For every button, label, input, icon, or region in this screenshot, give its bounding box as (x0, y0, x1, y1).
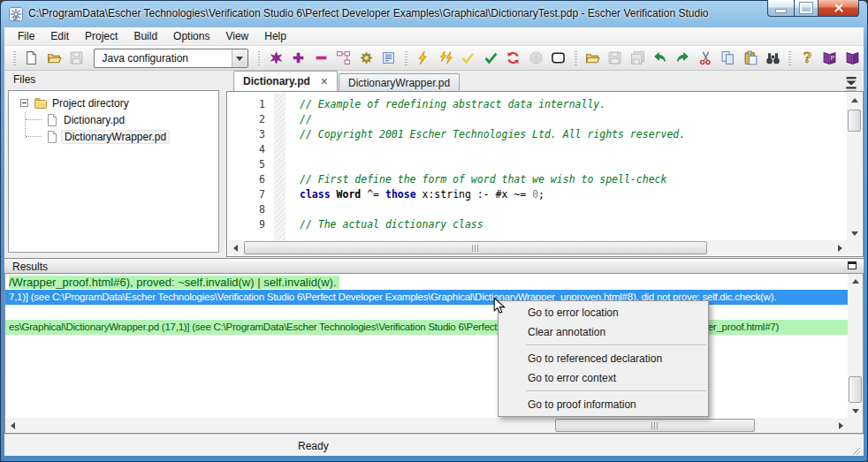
add-new-file-icon[interactable] (264, 48, 287, 69)
results-vscroll-thumb[interactable] (849, 376, 862, 403)
line-number: 9 (228, 217, 265, 232)
results-vertical-scrollbar[interactable] (848, 274, 863, 418)
tree-item-dictionarywrapper-pd[interactable]: DictionaryWrapper.pd (9, 128, 218, 145)
toolbar-grip (13, 51, 16, 65)
editor-vscroll-thumb[interactable] (848, 110, 861, 132)
build-all-icon[interactable] (434, 48, 457, 69)
view-report-icon[interactable] (377, 48, 400, 69)
results-header: Results (4, 258, 864, 273)
open-file-icon[interactable] (582, 48, 605, 69)
tree-item-project-directory[interactable]: Project directory (9, 95, 218, 111)
language-manual-icon[interactable]: P (819, 48, 841, 69)
scrollbar-corner (847, 240, 862, 255)
maximize-button[interactable] (794, 0, 819, 17)
code-editor[interactable]: 1// Example of redefining abstract data … (228, 93, 847, 240)
save-file-icon (604, 48, 627, 69)
find-icon[interactable] (762, 48, 785, 69)
check-icon[interactable] (457, 48, 480, 69)
mouse-cursor (493, 297, 506, 314)
file-icon (45, 130, 59, 144)
menu-item-file[interactable]: File (10, 27, 42, 45)
results-horizontal-scrollbar[interactable] (5, 418, 848, 433)
close-button[interactable] (819, 0, 859, 17)
code-text: class Word ^= those x:string :- #x ~= 0; (300, 187, 544, 202)
files-panel-title: Files (13, 73, 35, 86)
code-text: // The actual dictionary class (300, 217, 483, 232)
menu-item-help[interactable]: Help (256, 27, 294, 45)
scroll-right-button[interactable] (834, 418, 848, 433)
context-menu-item-go-to-referenced-declaration[interactable]: Go to referenced declaration (499, 349, 708, 368)
tab-dictionarywrapper.pd[interactable]: DictionaryWrapper.pd (339, 73, 460, 91)
tree-item-label: Dictionary.pd (64, 114, 125, 126)
context-menu-item-go-to-error-context[interactable]: Go to error context (499, 368, 708, 388)
close-tab-icon[interactable]: × (321, 76, 328, 87)
toolbar-grip (258, 51, 261, 65)
scroll-left-button[interactable] (228, 240, 242, 255)
context-menu-item-clear-annotation[interactable]: Clear annotation (499, 322, 708, 342)
remove-file-icon[interactable] (310, 48, 333, 69)
title-bar[interactable]: ET C:\ProgramData\Escher Technologies\Ve… (1, 1, 867, 27)
project-settings-icon[interactable] (355, 48, 378, 69)
chevron-down-icon[interactable] (232, 49, 247, 67)
result-line-1[interactable]: /Wrapper_proof.html#6), proved: ~self.in… (5, 275, 848, 290)
menu-item-view[interactable]: View (217, 27, 256, 45)
collapse-icon[interactable] (20, 99, 28, 107)
console-icon[interactable] (547, 48, 570, 69)
editor-vertical-scrollbar[interactable] (847, 93, 862, 240)
open-project-icon[interactable] (43, 48, 66, 69)
caption-buttons (767, 0, 859, 17)
scroll-right-button[interactable] (833, 240, 847, 255)
scroll-up-button[interactable] (848, 274, 863, 288)
help-icon[interactable]: ? (796, 48, 819, 69)
reference-manual-icon[interactable] (841, 48, 864, 69)
build-icon[interactable] (412, 48, 435, 69)
scrollbar-corner (848, 418, 863, 433)
context-menu-item-go-to-proof-information[interactable]: Go to proof information (499, 395, 708, 414)
menu-item-edit[interactable]: Edit (42, 27, 77, 45)
line-number: 2 (228, 112, 265, 127)
editor-panel: Dictionary.pd×DictionaryWrapper.pd 1// E… (226, 71, 864, 258)
configuration-combobox[interactable]: Java configuration (94, 49, 248, 68)
minimize-button[interactable] (767, 0, 794, 17)
editor-hscroll-thumb[interactable] (244, 241, 707, 254)
resize-grip[interactable] (850, 445, 862, 456)
editor-horizontal-scrollbar[interactable] (228, 240, 847, 255)
code-text: // Example of redefining abstract data i… (300, 97, 605, 112)
code-line-8: 8 (228, 202, 847, 217)
result-highlight: /Wrapper_proof.html#6), proved: ~self.in… (9, 276, 339, 289)
results-list[interactable]: /Wrapper_proof.html#6), proved: ~self.in… (5, 274, 848, 418)
status-bar: Ready (4, 434, 864, 456)
arrow-down-icon (851, 231, 858, 239)
project-structure-icon[interactable] (332, 48, 355, 69)
add-file-icon[interactable] (287, 48, 310, 69)
copy-icon[interactable] (717, 48, 740, 69)
scroll-down-button[interactable] (847, 226, 862, 240)
re-verify-icon[interactable] (502, 48, 525, 69)
verify-icon[interactable] (479, 48, 502, 69)
undo-icon[interactable] (649, 48, 672, 69)
result-line-4[interactable]: es\Graphical\DictionaryWrapper.pd (17,1)… (5, 320, 848, 335)
cut-icon[interactable] (694, 48, 717, 69)
result-line-2[interactable]: 7,1)] (see C:\ProgramData\Escher Technol… (5, 290, 848, 305)
maximize-panel-icon[interactable] (848, 261, 857, 269)
code-line-1: 1// Example of redefining abstract data … (228, 97, 847, 112)
svg-text:P: P (831, 55, 834, 61)
new-project-icon[interactable] (20, 48, 43, 69)
file-tree[interactable]: Project directoryDictionary.pdDictionary… (8, 90, 219, 253)
tree-item-dictionary-pd[interactable]: Dictionary.pd (9, 111, 218, 128)
menu-separator (526, 345, 706, 346)
results-hscroll-thumb[interactable] (555, 419, 755, 432)
paste-icon[interactable] (739, 48, 762, 69)
menu-item-project[interactable]: Project (77, 27, 126, 45)
tab-dictionary.pd[interactable]: Dictionary.pd× (233, 71, 338, 91)
app-icon: ET (9, 7, 23, 21)
context-menu-item-go-to-error-location[interactable]: Go to error location (499, 303, 708, 322)
menu-separator (526, 390, 706, 392)
menu-item-build[interactable]: Build (126, 27, 165, 45)
scroll-up-button[interactable] (847, 93, 862, 107)
scroll-down-button[interactable] (848, 404, 863, 418)
tab-list-button[interactable] (845, 75, 857, 89)
menu-item-options[interactable]: Options (165, 27, 217, 45)
redo-icon[interactable] (672, 48, 695, 69)
scroll-left-button[interactable] (5, 418, 19, 433)
